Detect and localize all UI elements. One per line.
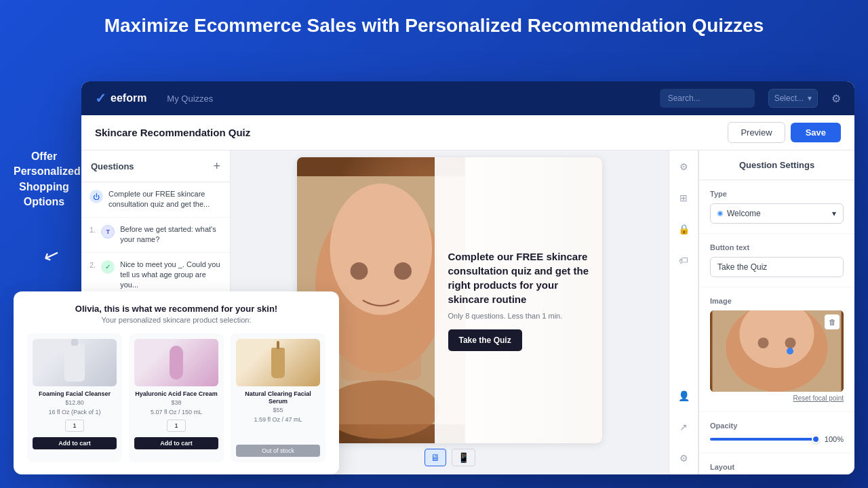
text-type-icon: T: [101, 225, 115, 239]
product-card: Olivia, this is what we recommend for yo…: [14, 291, 339, 474]
product-size-2: 5.07 fl Oz / 150 mL: [134, 409, 218, 415]
preview-button[interactable]: Preview: [728, 122, 785, 143]
welcome-icon: ⏻: [90, 190, 103, 203]
share-icon[interactable]: ↗: [674, 418, 693, 436]
layout-icon[interactable]: ⊞: [674, 188, 693, 207]
opacity-label: Opacity: [710, 422, 844, 430]
preview-controls: 🖥 📱: [425, 443, 475, 468]
save-button[interactable]: Save: [791, 123, 841, 142]
question-item-1[interactable]: 1. T Before we get started: what's your …: [81, 218, 230, 253]
type-select[interactable]: Welcome ▾: [710, 203, 844, 224]
add-question-button[interactable]: +: [213, 160, 220, 172]
svg-point-2: [330, 184, 432, 315]
product-image-1: [33, 339, 117, 386]
svg-point-4: [394, 262, 412, 280]
product-item-1: Foaming Facial Cleanser $12.80 16 fl Oz …: [27, 333, 122, 462]
image-section: Image 🗑 Reset focal point: [699, 287, 854, 412]
question-text-2: Nice to meet you _. Could you tell us wh…: [120, 260, 222, 291]
questions-header: Questions +: [81, 150, 230, 182]
mobile-view-button[interactable]: 📱: [452, 449, 475, 466]
question-text-welcome: Complete our FREE skincare consultation …: [108, 189, 222, 210]
opacity-thumb: [812, 435, 820, 443]
product-item-3: Natural Clearing Facial Serum $55 1.59 f…: [231, 333, 326, 462]
add-cart-button-2[interactable]: Add to cart: [134, 437, 218, 449]
svg-rect-5: [341, 322, 421, 380]
desktop-view-button[interactable]: 🖥: [425, 449, 446, 466]
product-card-subtitle: Your personalized skincare product selec…: [27, 316, 326, 324]
focal-point-dot: [787, 348, 793, 354]
page-title: Maximize Ecommerce Sales with Personaliz…: [0, 0, 868, 47]
type-value: Welcome: [727, 209, 761, 218]
navbar: ✓ eeform My Quizzes Select... ▾ ⚙: [81, 81, 854, 115]
quiz-headline: Complete our FREE skincare consultation …: [448, 249, 589, 306]
type-section: Type Welcome ▾: [699, 180, 854, 234]
quiz-preview: Complete our FREE skincare consultation …: [297, 157, 602, 443]
question-item-welcome[interactable]: ⏻ Complete our FREE skincare consultatio…: [81, 182, 230, 218]
product-price-1: $12.80: [33, 399, 117, 406]
image-label: Image: [710, 297, 844, 305]
navbar-logo: ✓ eeform: [95, 90, 146, 106]
product-image-2: [134, 339, 218, 386]
product-name-3: Natural Clearing Facial Serum: [236, 390, 320, 405]
arrow-decoration: ↙: [41, 242, 63, 268]
svg-point-6: [323, 380, 439, 439]
products-grid: Foaming Facial Cleanser $12.80 16 fl Oz …: [27, 333, 326, 462]
chevron-icon: ▾: [832, 209, 836, 218]
product-price-2: $38: [134, 399, 218, 406]
preview-image: Complete our FREE skincare consultation …: [297, 157, 602, 443]
product-card-title: Olivia, this is what we recommend for yo…: [27, 304, 326, 314]
quiz-subtext: Only 8 questions. Less than 1 min.: [448, 312, 589, 320]
svg-point-3: [351, 262, 368, 280]
sliders-icon[interactable]: ⚙: [674, 157, 693, 176]
button-text-section: Button text: [699, 234, 854, 287]
out-of-stock-button[interactable]: Out of stock: [236, 445, 320, 457]
qty-box-2[interactable]: 1: [167, 420, 186, 432]
product-image-3: [236, 339, 320, 386]
qty-control-2: 1: [134, 420, 218, 432]
product-name-2: Hyaluronic Acid Face Cream: [134, 390, 218, 398]
navbar-search-input[interactable]: [660, 89, 755, 108]
chevron-down-icon: ▾: [808, 94, 812, 103]
quiz-overlay: Complete our FREE skincare consultation …: [435, 157, 603, 443]
dropdown-text: Select...: [774, 94, 804, 103]
product-price-3: $55: [236, 407, 320, 413]
face-icon[interactable]: 👤: [674, 386, 693, 405]
tag-icon[interactable]: 🏷: [674, 251, 693, 270]
product-size-1: 16 fl Oz (Pack of 1): [33, 409, 117, 415]
image-face-sim: [710, 310, 844, 392]
button-text-label: Button text: [710, 243, 844, 251]
opacity-slider[interactable]: [710, 438, 819, 441]
qty-box-1[interactable]: 1: [65, 420, 84, 432]
gear-settings-icon[interactable]: ⚙: [674, 449, 693, 468]
sub-header: Skincare Recommendation Quiz Preview Sav…: [81, 115, 854, 150]
svg-point-10: [758, 338, 769, 348]
image-preview: 🗑: [710, 310, 844, 392]
button-text-input[interactable]: [710, 257, 844, 277]
logo-text: eeform: [111, 92, 146, 104]
question-text-1: Before we get started: what's your name?: [120, 224, 222, 245]
type-label: Type: [710, 190, 844, 198]
questions-label: Questions: [91, 161, 134, 171]
add-cart-button-1[interactable]: Add to cart: [33, 437, 117, 449]
left-side-text: Offer Personalized Shopping Options: [14, 149, 75, 210]
delete-image-button[interactable]: 🗑: [825, 314, 840, 329]
navbar-dropdown[interactable]: Select... ▾: [768, 89, 818, 108]
question-num-1: 1.: [90, 226, 96, 234]
product-item-2: Hyaluronic Acid Face Cream $38 5.07 fl O…: [129, 333, 224, 462]
take-quiz-button-preview[interactable]: Take the Quiz: [448, 329, 522, 351]
opacity-value: 100%: [825, 435, 844, 443]
navbar-menu-item[interactable]: My Quizzes: [167, 94, 213, 104]
reset-focal-point[interactable]: Reset focal point: [710, 394, 844, 402]
welcome-dot-icon: [717, 211, 723, 216]
quiz-title-text: Skincare Recommendation Quiz: [95, 127, 728, 138]
opacity-row: 100%: [710, 435, 844, 443]
settings-gear-icon[interactable]: ⚙: [831, 92, 841, 105]
svg-point-11: [785, 338, 796, 348]
lock-icon[interactable]: 🔒: [674, 220, 693, 239]
question-num-2: 2.: [90, 261, 96, 269]
logo-v-icon: ✓: [95, 90, 106, 106]
qty-control-3: [236, 427, 320, 439]
layout-section: Layout: [699, 453, 854, 474]
settings-panel: Question Settings Type Welcome ▾ Button …: [698, 150, 854, 474]
product-name-1: Foaming Facial Cleanser: [33, 390, 117, 398]
